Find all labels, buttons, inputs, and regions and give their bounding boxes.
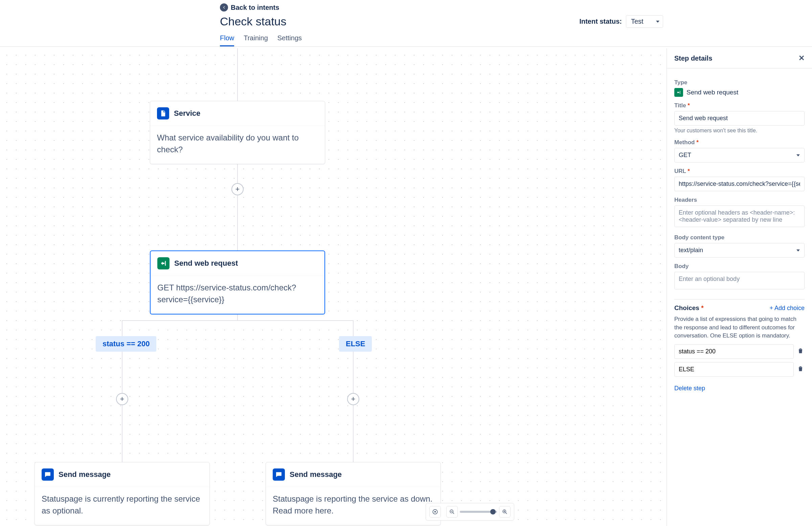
node-body: Statuspage is currently reporting the se… <box>35 487 209 525</box>
node-body: What service availability do you want to… <box>150 126 325 164</box>
node-send-web-request[interactable]: Send web request GET https://service-sta… <box>150 251 325 314</box>
add-step-button[interactable]: + <box>231 183 244 195</box>
trash-icon[interactable] <box>797 365 804 374</box>
method-select[interactable] <box>674 148 804 162</box>
connector <box>122 320 353 321</box>
zoom-slider[interactable] <box>460 511 497 513</box>
node-title: Send web request <box>174 259 238 268</box>
title-help: Your customers won't see this title. <box>674 128 804 134</box>
plus-icon: + <box>769 304 773 312</box>
url-label: URL <box>674 168 804 175</box>
add-step-button[interactable]: + <box>116 393 128 405</box>
branch-label-else[interactable]: ELSE <box>339 336 372 352</box>
body-input[interactable] <box>674 272 804 289</box>
tabs: Flow Training Settings <box>220 34 663 46</box>
connector <box>237 48 238 101</box>
title-input[interactable] <box>674 111 804 126</box>
type-value: Send web request <box>686 89 738 96</box>
svg-point-0 <box>434 511 436 513</box>
back-link-label: Back to intents <box>231 4 279 12</box>
close-icon[interactable]: ✕ <box>798 54 804 62</box>
document-icon <box>157 107 169 119</box>
choices-label: Choices <box>674 304 704 312</box>
bodytype-select[interactable] <box>674 243 804 258</box>
choice-input[interactable] <box>674 344 794 359</box>
zoom-controls <box>426 503 514 521</box>
node-send-message-down[interactable]: Send message Statuspage is reporting the… <box>265 462 441 525</box>
node-body: Statuspage is reporting the service as d… <box>266 487 440 525</box>
node-body: GET https://service-status.com/check?ser… <box>150 276 324 314</box>
node-title: Send message <box>290 470 342 479</box>
svg-line-6 <box>506 512 507 514</box>
page-title: Check status <box>220 15 287 28</box>
trash-icon[interactable] <box>797 347 804 356</box>
delete-step-link[interactable]: Delete step <box>674 385 705 392</box>
choice-input[interactable] <box>674 362 794 377</box>
choices-description: Provide a list of expressions that going… <box>674 315 804 340</box>
zoom-in-button[interactable] <box>499 506 510 517</box>
tab-training[interactable]: Training <box>244 34 268 46</box>
url-input[interactable] <box>674 177 804 191</box>
node-service[interactable]: Service What service availability do you… <box>150 101 325 164</box>
zoom-out-button[interactable] <box>446 506 458 517</box>
connector <box>237 156 238 251</box>
add-choice-button[interactable]: + Add choice <box>769 304 804 312</box>
branch-label-status-200[interactable]: status == 200 <box>96 336 156 352</box>
page-header: Back to intents Check status Intent stat… <box>0 0 812 47</box>
add-choice-label: Add choice <box>774 304 804 312</box>
message-icon <box>42 468 54 481</box>
node-send-message-up[interactable]: Send message Statuspage is currently rep… <box>34 462 210 525</box>
node-title: Send message <box>59 470 111 479</box>
tab-settings[interactable]: Settings <box>277 34 302 46</box>
arrow-left-icon <box>220 3 228 12</box>
choice-row <box>674 344 804 359</box>
web-request-icon <box>674 88 683 97</box>
back-to-intents-link[interactable]: Back to intents <box>220 3 279 12</box>
panel-title: Step details <box>674 55 712 62</box>
message-icon <box>273 468 285 481</box>
headers-input[interactable] <box>674 205 804 227</box>
type-label: Type <box>674 79 804 86</box>
method-label: Method <box>674 139 804 146</box>
title-label: Title <box>674 102 804 109</box>
flow-canvas[interactable]: Service What service availability do you… <box>0 48 667 526</box>
tab-flow[interactable]: Flow <box>220 34 234 46</box>
intent-status-select[interactable]: Test <box>626 15 663 28</box>
node-title: Service <box>174 109 200 118</box>
step-details-panel: Step details ✕ Type Send web request Tit… <box>667 48 812 526</box>
choice-row <box>674 362 804 377</box>
svg-line-3 <box>453 512 454 514</box>
intent-status-value: Test <box>631 18 643 25</box>
intent-status-label: Intent status: <box>579 18 622 25</box>
bodytype-label: Body content type <box>674 234 804 241</box>
body-label: Body <box>674 263 804 270</box>
add-step-button[interactable]: + <box>347 393 359 405</box>
center-view-button[interactable] <box>429 506 441 517</box>
web-request-icon <box>157 257 170 269</box>
headers-label: Headers <box>674 197 804 203</box>
